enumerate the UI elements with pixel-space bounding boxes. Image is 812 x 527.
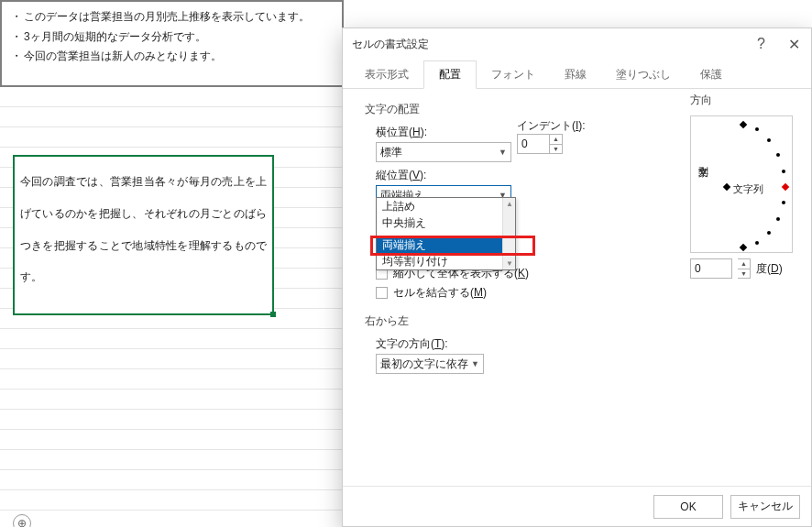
cancel-button[interactable]: キャンセル (730, 495, 800, 519)
degrees-label: 度(D) (756, 261, 783, 277)
horizontal-combo[interactable]: 標準 ▼ (376, 142, 511, 162)
dialog-title: セルの書式設定 (352, 37, 429, 52)
degrees-spinner[interactable]: ▲▼ (738, 258, 751, 279)
indent-spinner[interactable]: ▲▼ (550, 134, 563, 154)
dialog-body: 文字の配置 横位置(H): 標準 ▼ インデント(I): ▲▼ 縦位置(V): (343, 89, 811, 486)
tab-border[interactable]: 罫線 (550, 61, 601, 88)
note-line: 3ヶ月間の短期的なデータ分析です。 (11, 27, 333, 48)
format-cells-dialog: セルの書式設定 ? ✕ 表示形式 配置 フォント 罫線 塗りつぶし 保護 文字の… (342, 27, 812, 527)
tab-font[interactable]: フォント (477, 61, 550, 88)
dropdown-option-center[interactable]: 中央揃え (377, 214, 515, 231)
text-direction-label: 文字の方向(T): (376, 336, 789, 352)
dropdown-scrollbar[interactable] (502, 198, 515, 269)
dialog-footer: OK キャンセル (343, 486, 811, 526)
help-icon[interactable]: ? (757, 36, 765, 52)
dialog-titlebar: セルの書式設定 ? ✕ (343, 28, 811, 60)
dropdown-option-distributed[interactable]: 均等割り付け (377, 253, 515, 269)
orientation-panel: 方向 文字列 文字列 ▲▼ 度(D) (690, 93, 793, 279)
add-sheet-button[interactable]: ⊕ (13, 514, 31, 527)
indent-label: インデント(I): (517, 119, 586, 132)
tab-number[interactable]: 表示形式 (350, 61, 423, 88)
dialog-tabs: 表示形式 配置 フォント 罫線 塗りつぶし 保護 (343, 60, 811, 89)
note-line: このデータは営業担当の月別売上推移を表示しています。 (11, 7, 333, 27)
chevron-down-icon: ▼ (471, 359, 479, 368)
dropdown-option-top[interactable]: 上詰め (377, 198, 515, 214)
indent-input[interactable] (517, 134, 550, 154)
text-direction-combo[interactable]: 最初の文字に依存 ▼ (376, 354, 484, 374)
dropdown-option-justify[interactable]: 両端揃え (377, 236, 515, 253)
orientation-horizontal-text: 文字列 (733, 182, 763, 196)
tab-fill[interactable]: 塗りつぶし (601, 61, 686, 88)
chevron-down-icon: ▼ (499, 148, 507, 157)
tab-alignment[interactable]: 配置 (423, 60, 477, 89)
orientation-dial[interactable]: 文字列 文字列 (690, 115, 793, 253)
rtl-section-label: 右から左 (365, 313, 789, 329)
notes-textbox[interactable]: このデータは営業担当の月別売上推移を表示しています。 3ヶ月間の短期的なデータ分… (0, 0, 344, 87)
ok-button[interactable]: OK (653, 495, 723, 519)
vertical-dropdown-list[interactable]: 上詰め 中央揃え 両端揃え 均等割り付け (376, 197, 516, 270)
tab-protection[interactable]: 保護 (686, 61, 737, 88)
orientation-label: 方向 (690, 93, 793, 108)
checkbox-icon (376, 287, 388, 299)
selected-cell[interactable]: 今回の調査では、営業担当各々が毎月の売上を上げているのかを把握し、それぞれの月ご… (13, 155, 274, 315)
indent-field: インデント(I): ▲▼ (517, 118, 586, 154)
text-direction-value: 最初の文字に依存 (380, 357, 468, 372)
note-line: 今回の営業担当は新人のみとなります。 (11, 47, 333, 67)
merge-cells-checkbox[interactable]: セルを結合する(M) (376, 285, 789, 301)
degrees-input[interactable] (690, 258, 732, 279)
horizontal-value: 標準 (380, 145, 402, 160)
close-icon[interactable]: ✕ (788, 36, 800, 53)
